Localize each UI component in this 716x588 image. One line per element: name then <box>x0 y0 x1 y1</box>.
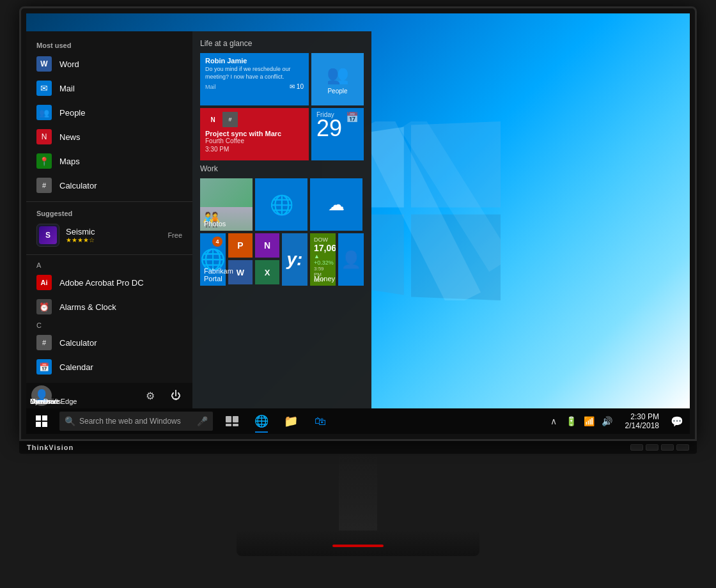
notification-name: Robin Jamie <box>205 57 304 65</box>
tile-yammer[interactable]: y: Yammer <box>282 233 307 286</box>
calc2-label: Calculator <box>59 338 97 348</box>
calendar-label: Calendar <box>59 362 93 372</box>
tile-photos[interactable]: 🧑‍🤝‍🧑 Photos <box>200 178 253 231</box>
monitor-bezel: Most used W Word ✉ Mail 👥 People <box>19 6 697 441</box>
clock-date: 2/14/2018 <box>625 421 659 430</box>
monitor-btn-1[interactable] <box>630 444 643 451</box>
monitor-btn-3[interactable] <box>661 444 674 451</box>
calc-icon: # <box>36 178 52 193</box>
tile-onedrive[interactable]: ☁ OneDrive <box>310 178 362 231</box>
maps-label: Maps <box>59 157 80 166</box>
adobe-icon: Ai <box>36 275 52 290</box>
project-time: 3:30 PM <box>205 146 304 153</box>
alarms-label: Alarms & Clock <box>59 302 116 312</box>
taskbar-task-view[interactable] <box>218 408 246 434</box>
menu-item-people[interactable]: 👥 People <box>26 100 192 125</box>
tile-excel-small[interactable]: X <box>255 260 279 284</box>
news-icon: N <box>36 129 52 144</box>
alpha-c: C <box>26 319 192 330</box>
menu-item-calendar[interactable]: 📅 Calendar <box>26 355 192 376</box>
money-label: Money <box>314 275 332 282</box>
svg-rect-10 <box>226 416 231 422</box>
life-section-label: Life at a glance <box>200 39 364 48</box>
svg-rect-7 <box>42 415 47 421</box>
svg-rect-8 <box>36 422 41 427</box>
monitor-btn-2[interactable] <box>646 444 658 451</box>
tile-onenote[interactable]: N <box>255 233 279 258</box>
clock-time: 2:30 PM <box>630 412 659 421</box>
project-title: Project sync with Marc <box>205 130 304 137</box>
calendar-icon: 📅 <box>36 359 52 375</box>
tile-calendar[interactable]: Friday 29 📅 <box>311 108 364 160</box>
monitor-btn-4[interactable] <box>676 444 689 451</box>
tray-up-arrow[interactable]: ∧ <box>546 408 561 434</box>
tile-dynamics[interactable]: 👤 Dynamics <box>338 233 364 286</box>
alarms-icon: ⏰ <box>36 299 52 314</box>
people-icon: 👥 <box>36 105 52 120</box>
menu-item-alarms[interactable]: ⏰ Alarms & Clock <box>26 295 192 319</box>
notification-count: ✉ 10 <box>290 83 304 90</box>
menu-item-calc2[interactable]: # Calculator <box>26 330 192 355</box>
notification-center-button[interactable]: 💬 <box>664 408 690 434</box>
taskbar: 🔍 Search the web and Windows 🎤 <box>26 408 690 434</box>
brand-label: ThinkVision <box>27 444 74 451</box>
dow-change: ▲ +0.32% <box>314 253 332 266</box>
photos-label: Photos <box>204 220 249 228</box>
mail-icon: ✉ <box>36 81 52 96</box>
tile-office-group: P N W X <box>228 233 279 286</box>
tile-people[interactable]: 👥 People <box>311 53 364 105</box>
svg-rect-9 <box>42 422 47 427</box>
menu-item-mail[interactable]: ✉ Mail <box>26 76 192 100</box>
screen: Most used W Word ✉ Mail 👥 People <box>26 13 690 434</box>
tile-fabrikam[interactable]: 🌐 4 Fabrikam Portal <box>200 233 226 286</box>
tray-battery[interactable]: 🔋 <box>564 408 579 434</box>
start-button[interactable] <box>26 408 57 434</box>
notification-msg: Do you mind if we reschedule our meeting… <box>205 66 304 81</box>
adobe-label: Adobe Acrobat Pro DC <box>59 278 144 288</box>
dow-label: DOW <box>314 236 332 243</box>
system-tray: ∧ 🔋 📶 🔊 <box>541 408 620 434</box>
word-label: Word <box>59 59 79 69</box>
tile-powerpoint[interactable]: P <box>228 233 253 258</box>
tray-volume[interactable]: 🔊 <box>600 408 615 434</box>
menu-item-maps[interactable]: 📍 Maps <box>26 149 192 173</box>
seismic-icon: S <box>36 224 59 247</box>
monitor-bottom-bar: ThinkVision <box>19 441 697 454</box>
taskbar-store[interactable]: 🛍 <box>306 408 334 434</box>
seismic-name: Seismic <box>66 227 161 236</box>
notification-app: Mail <box>205 84 216 90</box>
taskbar-edge[interactable]: 🌐 <box>247 408 276 434</box>
fabrikam-label: Fabrikam Portal <box>204 267 222 282</box>
svg-rect-13 <box>233 424 238 426</box>
taskbar-file-explorer[interactable]: 📁 <box>277 408 305 434</box>
seismic-free: Free <box>167 231 182 239</box>
divider-1 <box>26 201 192 202</box>
menu-item-news[interactable]: N News <box>26 125 192 149</box>
most-used-label: Most used <box>26 38 192 52</box>
tile-project-sync[interactable]: N # Project sync with Marc Fourth Coffee… <box>200 108 309 160</box>
menu-item-seismic[interactable]: S Seismic ★★★★☆ Free <box>26 220 192 251</box>
fabrikam-badge: 4 <box>212 236 222 247</box>
tile-money[interactable]: DOW 17,068.71 ▲ +0.32% 3:59 PM EDT Money <box>310 233 336 286</box>
monitor-controls <box>630 444 689 451</box>
menu-item-calculator[interactable]: # Calculator <box>26 173 192 197</box>
tile-edge[interactable]: 🌐 Microsoft Edge <box>255 178 307 231</box>
search-bar[interactable]: 🔍 Search the web and Windows 🎤 <box>59 412 213 431</box>
calc2-icon: # <box>36 335 52 350</box>
project-subtitle: Fourth Coffee <box>205 137 304 144</box>
people-label: People <box>59 108 85 118</box>
search-placeholder: Search the web and Windows <box>79 417 193 426</box>
clock[interactable]: 2:30 PM 2/14/2018 <box>620 412 664 430</box>
start-menu-right: Life at a glance Robin Jamie Do you mind… <box>192 31 371 408</box>
tray-network[interactable]: 📶 <box>582 408 597 434</box>
menu-item-word[interactable]: W Word <box>26 52 192 76</box>
menu-item-adobe[interactable]: Ai Adobe Acrobat Pro DC <box>26 270 192 295</box>
dynamics-label: Dynamics <box>192 398 368 405</box>
mail-label: Mail <box>59 84 75 93</box>
search-icon: 🔍 <box>65 416 75 426</box>
tile-notification[interactable]: Robin Jamie Do you mind if we reschedule… <box>200 53 309 105</box>
seismic-stars: ★★★★☆ <box>66 236 161 244</box>
svg-rect-11 <box>233 416 238 422</box>
cal-calendar-icon: 📅 <box>346 111 359 123</box>
monitor-stand-base <box>237 530 479 556</box>
